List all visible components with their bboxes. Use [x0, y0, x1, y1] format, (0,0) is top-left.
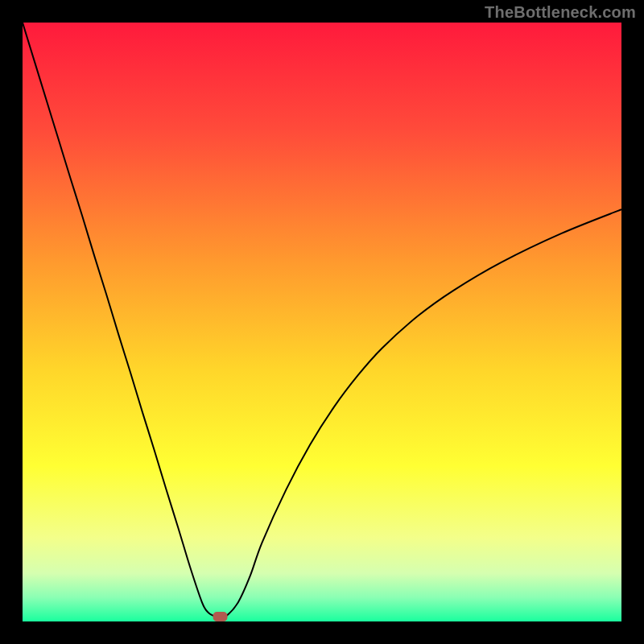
optimal-point-marker: [213, 612, 228, 621]
chart-frame: [23, 23, 621, 621]
bottleneck-chart: [23, 23, 621, 621]
watermark-text: TheBottleneck.com: [485, 3, 636, 22]
gradient-background: [23, 23, 621, 621]
